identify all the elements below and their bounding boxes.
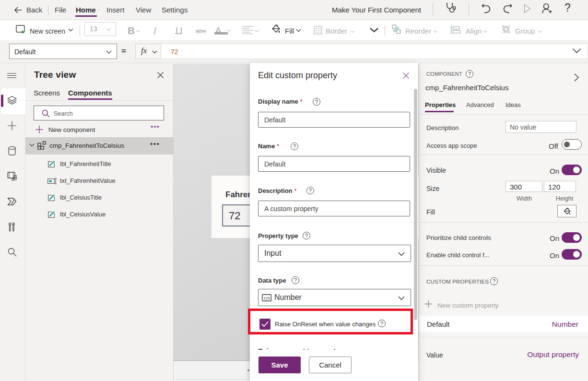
svg-text:123: 123 [263,296,270,300]
